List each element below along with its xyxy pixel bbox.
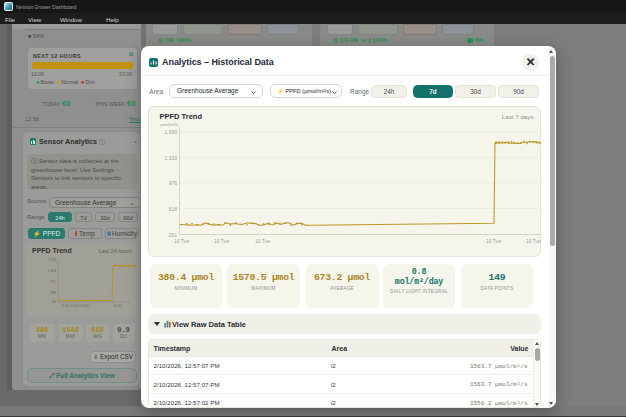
svg-text:10 Tue: 10 Tue bbox=[255, 237, 271, 243]
svg-text:10 Tue: 10 Tue bbox=[174, 237, 190, 243]
svg-text:1,343: 1,343 bbox=[47, 269, 56, 273]
svg-text:488: 488 bbox=[50, 291, 56, 295]
svg-text:1,333: 1,333 bbox=[164, 154, 177, 160]
svg-text:11:00 15:00 19:00: 11:00 15:00 19:00 bbox=[61, 304, 89, 308]
svg-text:10 Tue: 10 Tue bbox=[486, 237, 502, 243]
svg-text:1,690: 1,690 bbox=[164, 129, 177, 135]
svg-text:1,770: 1,770 bbox=[47, 258, 56, 262]
svg-text:915: 915 bbox=[50, 280, 56, 284]
svg-text:10 Tue: 10 Tue bbox=[214, 237, 230, 243]
svg-text:976: 976 bbox=[169, 180, 178, 186]
svg-text:µmol/m²/s: µmol/m²/s bbox=[160, 121, 178, 126]
svg-text:618: 618 bbox=[169, 205, 178, 211]
svg-text:11:00: 11:00 bbox=[113, 304, 122, 308]
svg-text:60: 60 bbox=[52, 300, 56, 304]
svg-text:10 Tue: 10 Tue bbox=[526, 237, 541, 243]
